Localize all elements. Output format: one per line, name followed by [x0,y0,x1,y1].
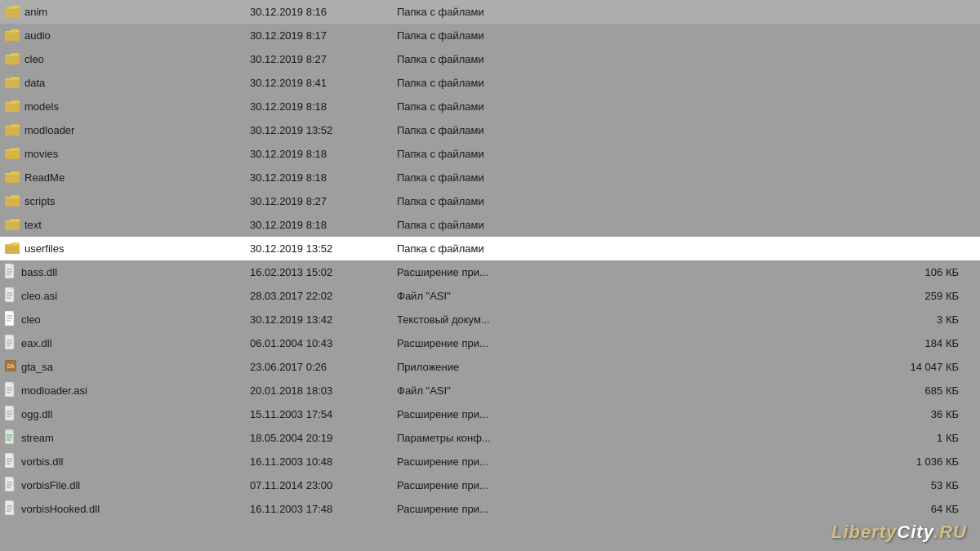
file-name-cell: audio [5,29,250,43]
watermark: LibertyCity.RU [831,522,967,543]
file-name: vorbisHooked.dll [21,503,100,515]
file-name-cell: data [5,76,250,91]
file-date: 07.11.2014 23:00 [250,479,397,491]
file-type: Папка с файлами [397,124,893,136]
file-row[interactable]: userfiles 30.12.2019 13:52 Папка с файла… [0,237,980,260]
file-name-cell: models [5,100,250,114]
file-type: Расширение при... [397,408,893,420]
file-name: data [24,77,45,89]
file-icon [5,382,16,399]
file-type: Папка с файлами [397,77,893,89]
file-size: 1 036 КБ [893,455,975,468]
file-name-cell: stream [5,429,250,447]
file-row[interactable]: modloader 30.12.2019 13:52 Папка с файла… [0,118,980,142]
file-row[interactable]: ReadMe 30.12.2019 8:18 Папка с файлами [0,166,980,189]
file-name-cell: cleo.asi [5,287,250,304]
file-date: 20.01.2018 18:03 [250,384,397,397]
folder-icon [5,5,20,20]
file-name-cell: scripts [5,194,250,209]
file-row[interactable]: modloader.asi 20.01.2018 18:03 Файл "ASI… [0,379,980,402]
file-type: Папка с файлами [397,6,893,18]
file-size: 1 КБ [893,432,975,444]
file-date: 30.12.2019 13:52 [250,124,397,136]
folder-icon [5,147,20,162]
folder-icon [5,171,20,185]
file-name-cell: modloader.asi [5,382,250,399]
file-name: models [24,100,59,113]
file-name: ReadMe [24,171,65,184]
file-name-cell: bass.dll [5,264,250,281]
file-date: 18.05.2004 20:19 [250,432,397,444]
file-icon [5,311,16,328]
file-row[interactable]: stream 18.05.2004 20:19 Параметры конф..… [0,426,980,450]
file-row[interactable]: vorbisHooked.dll 16.11.2003 17:48 Расшир… [0,497,980,521]
file-date: 30.12.2019 8:18 [250,219,397,231]
file-size: 184 КБ [893,337,975,349]
folder-icon [5,100,20,114]
file-size: 259 КБ [893,290,975,302]
file-name-cell: cleo [5,311,250,328]
file-date: 30.12.2019 8:27 [250,53,397,65]
file-size: 53 КБ [893,479,975,491]
file-size: 685 КБ [893,384,975,397]
file-name: text [24,219,42,231]
folder-icon [5,242,20,256]
file-row[interactable]: cleo.asi 28.03.2017 22:02 Файл "ASI" 259… [0,284,980,308]
file-type: Параметры конф... [397,432,893,444]
file-name-cell: SA gta_sa [5,358,250,375]
svg-rect-11 [5,79,20,87]
svg-rect-2 [5,8,20,16]
file-date: 30.12.2019 13:52 [250,242,397,255]
file-row[interactable]: vorbis.dll 16.11.2003 10:48 Расширение п… [0,450,980,473]
file-type: Расширение при... [397,337,893,349]
file-row[interactable]: bass.dll 16.02.2013 15:02 Расширение при… [0,260,980,284]
file-row[interactable]: models 30.12.2019 8:18 Папка с файлами [0,95,980,118]
file-icon [5,429,16,447]
svg-rect-8 [5,56,20,64]
file-row[interactable]: cleo 30.12.2019 8:27 Папка с файлами [0,47,980,71]
file-name: cleo [24,53,44,65]
file-name: eax.dll [21,337,52,349]
svg-rect-17 [5,127,20,135]
file-row[interactable]: vorbisFile.dll 07.11.2014 23:00 Расширен… [0,473,980,497]
folder-icon [5,29,20,43]
file-name-cell: movies [5,147,250,162]
file-icon [5,477,16,494]
file-name-cell: ogg.dll [5,406,250,423]
file-icon [5,287,16,304]
file-type: Расширение при... [397,479,893,491]
file-name: vorbisFile.dll [21,479,80,491]
file-row[interactable]: anim 30.12.2019 8:16 Папка с файлами [0,0,980,24]
file-date: 30.12.2019 8:16 [250,6,397,18]
file-name: cleo.asi [21,290,57,302]
file-row[interactable]: audio 30.12.2019 8:17 Папка с файлами [0,24,980,47]
file-type: Файл "ASI" [397,384,893,397]
file-row[interactable]: SA gta_sa 23.06.2017 0:26 Приложение 14 … [0,355,980,379]
folder-icon [5,52,20,67]
file-name-cell: vorbis.dll [5,453,250,470]
file-name: bass.dll [21,266,57,278]
file-name-cell: vorbisHooked.dll [5,500,250,518]
file-row[interactable]: eax.dll 06.01.2004 10:43 Расширение при.… [0,331,980,355]
folder-icon [5,218,20,233]
file-size: 3 КБ [893,313,975,326]
file-type: Расширение при... [397,503,893,515]
file-icon [5,406,16,423]
svg-text:SA: SA [7,363,15,369]
file-icon [5,453,16,470]
file-row[interactable]: text 30.12.2019 8:18 Папка с файлами [0,213,980,237]
file-type: Текстовый докум... [397,313,893,326]
file-row[interactable]: data 30.12.2019 8:41 Папка с файлами [0,71,980,95]
file-name: vorbis.dll [21,455,63,468]
folder-icon [5,194,20,209]
file-type: Приложение [397,361,893,373]
svg-rect-20 [5,150,20,158]
file-row[interactable]: scripts 30.12.2019 8:27 Папка с файлами [0,189,980,213]
file-name-cell: userfiles [5,242,250,256]
file-name: gta_sa [21,361,53,373]
file-row[interactable]: movies 30.12.2019 8:18 Папка с файлами [0,142,980,166]
file-size: 36 КБ [893,408,975,420]
file-row[interactable]: ogg.dll 15.11.2003 17:54 Расширение при.… [0,402,980,426]
file-row[interactable]: cleo 30.12.2019 13:42 Текстовый докум...… [0,308,980,331]
file-name: movies [24,148,58,160]
